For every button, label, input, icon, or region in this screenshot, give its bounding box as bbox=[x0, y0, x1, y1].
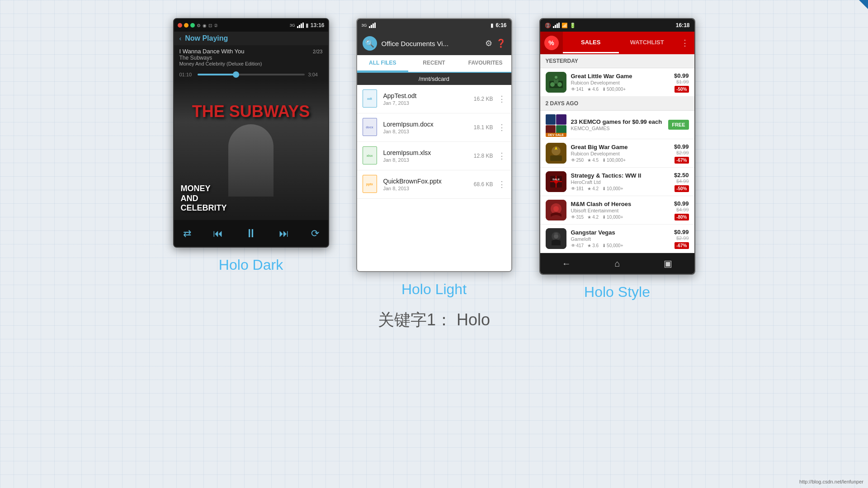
price-original: $1.99 bbox=[674, 79, 689, 84]
app-stats: 👁 417 ★ 3.6 ⬇ 50,000+ bbox=[571, 243, 670, 248]
app-sale-item-war2[interactable]: Great Big War Game Rubicon Development 👁… bbox=[540, 139, 694, 168]
eye-icon: 👁 bbox=[571, 243, 576, 248]
back-arrow-icon[interactable]: ‹ bbox=[179, 35, 182, 42]
holo-style-phone: 📵 📶 🔋 16:18 % SALE bbox=[539, 18, 695, 275]
home-nav-button[interactable]: ⌂ bbox=[614, 258, 620, 269]
time-display: 13:16 bbox=[311, 22, 325, 28]
tab-recent[interactable]: RECENT bbox=[408, 55, 460, 72]
dev-sale-badge: DEV SALE bbox=[546, 133, 566, 137]
price-current: $0.99 bbox=[674, 200, 689, 207]
file-info: AppTest.odt Jan 7, 2013 bbox=[383, 92, 469, 106]
menu-icon[interactable]: ⋮ bbox=[675, 38, 694, 48]
price-current: $2.50 bbox=[674, 172, 689, 178]
price-col: $2.50 $4.99 -50% bbox=[674, 172, 689, 192]
path-bar: /mnt/sdcard bbox=[357, 73, 511, 85]
holo-light-status-bar: 3G ▮ 6:16 bbox=[357, 19, 511, 32]
file-info: LoremIpsum.xlsx Jan 8, 2013 bbox=[383, 149, 469, 163]
kemco-item[interactable]: DEV SALE 23 KEMCO games for $0.99 each K… bbox=[540, 111, 694, 139]
tab-watchlist[interactable]: WATCHLIST bbox=[619, 33, 675, 53]
stat-downloads: ⬇ 100,000+ bbox=[602, 158, 626, 163]
tab-favourites[interactable]: FAVOURITES bbox=[460, 55, 511, 72]
battery-icon: ▮ bbox=[306, 22, 309, 28]
app-name: 23 KEMCO games for $0.99 each bbox=[571, 118, 664, 125]
download-count: 500,000+ bbox=[607, 87, 626, 92]
file-more-icon[interactable]: ⋮ bbox=[498, 151, 506, 161]
gangstar-icon bbox=[546, 228, 566, 249]
signal-bars bbox=[553, 23, 560, 28]
eye-icon: 👁 bbox=[571, 158, 576, 163]
price-col: $0.99 $2.99 -67% bbox=[674, 143, 689, 164]
app-stats: 👁 315 ★ 4.2 ⬇ 10,000+ bbox=[571, 215, 670, 220]
download-count: 100,000+ bbox=[607, 158, 626, 163]
signal-bars bbox=[297, 23, 304, 28]
free-badge[interactable]: FREE bbox=[668, 120, 689, 130]
pause-icon[interactable]: ⏸ bbox=[245, 226, 257, 240]
views-count: 250 bbox=[576, 158, 584, 163]
file-item[interactable]: odt AppTest.odt Jan 7, 2013 16.2 KB ⋮ bbox=[357, 85, 511, 113]
app-name: Gangstar Vegas bbox=[571, 229, 670, 236]
back-nav-button[interactable]: ← bbox=[562, 258, 571, 269]
settings-icon[interactable]: ⚙ bbox=[485, 38, 492, 48]
price-col: $0.99 $4.99 -80% bbox=[674, 200, 689, 221]
file-item[interactable]: docx LoremIpsum.docx Jan 8, 2013 18.1 KB… bbox=[357, 113, 511, 142]
svg-point-18 bbox=[553, 206, 559, 211]
stat-views: 👁 417 bbox=[571, 243, 584, 248]
dot-red bbox=[178, 23, 182, 28]
time-elapsed: 01:10 bbox=[179, 72, 194, 77]
price-col: $0.99 $1.99 -50% bbox=[674, 72, 689, 93]
extra-icon: ⚙ bbox=[197, 23, 201, 28]
holo-style-container: 📵 📶 🔋 16:18 % SALE bbox=[539, 18, 695, 300]
app-bar: 🔍 Office Documents Vi... ⚙ ❓ bbox=[357, 32, 511, 55]
empty-space bbox=[357, 199, 511, 271]
views-count: 315 bbox=[576, 215, 584, 220]
file-size: 68.6 KB bbox=[474, 181, 493, 188]
app-sale-item-gangstar[interactable]: Gangstar Vegas Gameloft 👁 417 ★ 3.6 ⬇ bbox=[540, 225, 694, 253]
file-meta: Jan 7, 2013 bbox=[383, 100, 469, 106]
stat-views: 👁 250 bbox=[571, 158, 584, 163]
app-sale-item-strategy[interactable]: SALE Strategy & Tactics: WW II HeroCraft… bbox=[540, 168, 694, 196]
stat-rating: ★ 4.6 bbox=[587, 87, 599, 92]
bar2 bbox=[371, 25, 372, 28]
tabs-header: SALES WATCHLIST bbox=[563, 33, 675, 53]
recents-nav-button[interactable]: ▣ bbox=[664, 258, 672, 269]
stat-rating: ★ 4.5 bbox=[587, 158, 599, 163]
app-title: Office Documents Vi... bbox=[382, 40, 481, 47]
file-more-icon[interactable]: ⋮ bbox=[498, 179, 506, 189]
file-info: QuickBrownFox.pptx Jan 8, 2013 bbox=[383, 178, 469, 191]
shuffle-icon[interactable]: ⇄ bbox=[183, 228, 191, 239]
download-count: 10,000+ bbox=[607, 215, 623, 220]
app-sale-item[interactable]: Great Little War Game Rubicon Developmen… bbox=[540, 68, 694, 97]
file-name: LoremIpsum.docx bbox=[383, 121, 469, 128]
now-playing-bar[interactable]: ‹ Now Playing bbox=[174, 32, 328, 45]
section-header-2days: 2 DAYS AGO bbox=[540, 97, 694, 111]
battery-icon: 🔋 bbox=[570, 23, 576, 28]
file-icon-base: xlsx bbox=[363, 146, 377, 164]
file-name: QuickBrownFox.pptx bbox=[383, 178, 469, 185]
file-more-icon[interactable]: ⋮ bbox=[498, 94, 506, 104]
discount-badge: -67% bbox=[675, 157, 689, 164]
holo-dark-status-bar: ⚙ ◉ ⊡ ② 3G ▮ 13:16 bbox=[174, 19, 328, 32]
tab-all-files[interactable]: ALL FILES bbox=[357, 55, 409, 72]
price-current: $0.99 bbox=[674, 229, 689, 235]
kemco-icons bbox=[546, 114, 566, 135]
app-logo: 🔍 bbox=[363, 36, 377, 51]
next-icon[interactable]: ⏭ bbox=[279, 228, 289, 239]
stat-rating: ★ 4.2 bbox=[587, 186, 599, 191]
war-game-icon bbox=[546, 72, 566, 93]
repeat-icon[interactable]: ⟳ bbox=[311, 228, 319, 239]
album-name: Money And Celebrity (Deluxe Edition) bbox=[179, 61, 323, 66]
file-icon-base: docx bbox=[363, 118, 377, 136]
discount-badge: -50% bbox=[675, 86, 689, 93]
network-label: 3G bbox=[362, 23, 367, 28]
app-info: Gangstar Vegas Gameloft 👁 417 ★ 3.6 ⬇ bbox=[571, 229, 670, 248]
tab-sales[interactable]: SALES bbox=[563, 33, 619, 53]
progress-bar[interactable] bbox=[198, 74, 305, 75]
help-icon[interactable]: ❓ bbox=[496, 38, 506, 48]
file-item[interactable]: xlsx LoremIpsum.xlsx Jan 8, 2013 12.8 KB… bbox=[357, 142, 511, 170]
app-icon-mm bbox=[546, 200, 566, 221]
app-sale-item-mm[interactable]: M&M Clash of Heroes Ubisoft Entertainmen… bbox=[540, 196, 694, 225]
file-more-icon[interactable]: ⋮ bbox=[498, 122, 506, 132]
file-item[interactable]: pptx QuickBrownFox.pptx Jan 8, 2013 68.6… bbox=[357, 170, 511, 199]
file-size: 12.8 KB bbox=[474, 153, 493, 159]
prev-icon[interactable]: ⏮ bbox=[213, 228, 223, 239]
